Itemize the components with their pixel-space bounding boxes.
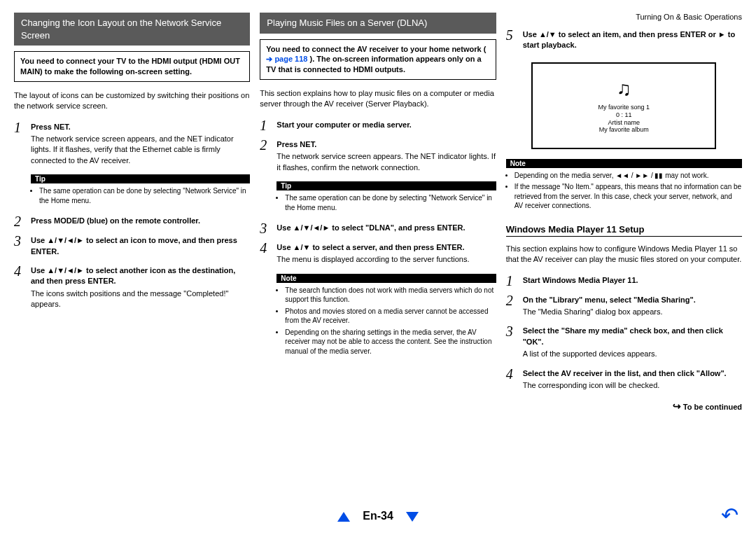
step-number: 1	[506, 274, 517, 288]
step-number: 4	[14, 264, 25, 312]
step-number: 4	[506, 367, 517, 393]
wmp-intro: This section explains how to configure W…	[506, 244, 742, 265]
infobox-hdmi: You need to connect your TV to the HDMI …	[14, 51, 250, 82]
step-number: 3	[260, 221, 271, 235]
step-head: Use ▲/▼ to select an item, and then pres…	[523, 29, 742, 51]
step-head: Use ▲/▼/◄/► to select an icon to move, a…	[31, 235, 250, 257]
section-title-icon-layout: Changing the Icon Layout on the Network …	[14, 13, 250, 46]
wmp-step-3: 3 Select the "Share my media" check box,…	[506, 324, 742, 361]
step-4: 4 Use ▲/▼ to select a server, and then p…	[260, 241, 496, 267]
step-head: Select the AV receiver in the list, and …	[523, 368, 742, 379]
section-intro-dlna: This section explains how to play music …	[260, 88, 496, 110]
prev-page-icon[interactable]	[337, 512, 350, 522]
step-number: 2	[260, 138, 271, 174]
column-2: Playing Music Files on a Server (DLNA) Y…	[260, 13, 496, 412]
tbc-text: To be continued	[683, 403, 742, 411]
step-5: 5 Use ▲/▼ to select an item, and then pr…	[506, 28, 742, 53]
step-body-text: The "Media Sharing" dialog box appears.	[523, 307, 742, 317]
wmp-step-1: 1 Start Windows Media Player 11.	[506, 274, 742, 288]
step-2: 2 Press MODE/D (blue) on the remote cont…	[14, 214, 250, 228]
step-head: Press NET.	[276, 139, 496, 150]
music-icon: ♫	[617, 77, 631, 101]
note-item: The search function does not work with m…	[285, 286, 496, 305]
tv-line4: My favorite album	[599, 126, 649, 134]
step-number: 5	[506, 28, 517, 53]
to-be-continued: ↪ To be continued	[506, 401, 742, 412]
column-1: Changing the Icon Layout on the Network …	[14, 13, 250, 412]
tv-preview: ♫ My favorite song 1 0 : 11 Artist name …	[531, 62, 716, 149]
step-3: 3 Use ▲/▼/◄/► to select an icon to move,…	[14, 234, 250, 258]
note-list: Depending on the media server, ◄◄ / ►► /…	[506, 171, 742, 213]
step-number: 1	[260, 118, 271, 132]
step-number: 4	[260, 241, 271, 267]
section-title-dlna: Playing Music Files on a Server (DLNA)	[260, 13, 496, 34]
step-body-text: The network service screen appears, and …	[31, 134, 250, 166]
step-number: 1	[14, 120, 25, 168]
step-body-text: The corresponding icon will be checked.	[523, 380, 742, 391]
step-head: Press NET.	[31, 122, 250, 132]
step-head: Use ▲/▼ to select a server, and then pre…	[276, 242, 496, 253]
note-item: If the message "No Item." appears, this …	[514, 182, 742, 211]
page-footer: En-34	[0, 510, 756, 522]
step-head: Start your computer or media server.	[276, 120, 496, 130]
back-arrow-icon[interactable]: ↶	[718, 503, 741, 525]
step-number: 3	[506, 324, 517, 361]
column-3: Turning On & Basic Operations 5 Use ▲/▼ …	[506, 13, 742, 412]
tip-list: The same operation can be done by select…	[31, 186, 250, 207]
tip-list: The same operation can be done by select…	[276, 193, 496, 214]
step-3: 3 Use ▲/▼/◄/► to select "DLNA", and pres…	[260, 221, 496, 235]
tv-line1: My favorite song 1	[598, 104, 650, 111]
infobox-network: You need to connect the AV receiver to y…	[260, 39, 496, 81]
step-1: 1 Start your computer or media server.	[260, 118, 496, 132]
tip-item: The same operation can be done by select…	[285, 193, 496, 212]
step-head: Use ▲/▼/◄/► to select another icon as th…	[31, 265, 250, 287]
infobox-pre: You need to connect the AV receiver to y…	[266, 45, 486, 53]
tv-line3: Artist name	[608, 119, 640, 127]
step-head: Start Windows Media Player 11.	[523, 275, 742, 286]
wmp-heading: Windows Media Player 11 Setup	[506, 224, 742, 237]
tip-label: Tip	[31, 174, 250, 183]
step-head: Select the "Share my media" check box, a…	[523, 326, 742, 347]
note-label: Note	[276, 274, 496, 283]
wmp-step-4: 4 Select the AV receiver in the list, an…	[506, 367, 742, 393]
step-2: 2 Press NET. The network service screen …	[260, 138, 496, 174]
next-page-icon[interactable]	[406, 512, 419, 522]
note-list: The search function does not work with m…	[276, 286, 496, 359]
breadcrumb: Turning On & Basic Operations	[506, 13, 742, 21]
step-number: 3	[14, 234, 25, 258]
step-number: 2	[14, 214, 25, 228]
note-label: Note	[506, 159, 742, 168]
step-head: On the "Library" menu, select "Media Sha…	[523, 295, 742, 305]
step-4: 4 Use ▲/▼/◄/► to select another icon as …	[14, 264, 250, 312]
step-head: Use ▲/▼/◄/► to select "DLNA", and press …	[276, 223, 496, 233]
step-body-text: The menu is displayed according to the s…	[276, 254, 496, 265]
note-item: Photos and movies stored on a media serv…	[285, 307, 496, 326]
wmp-step-2: 2 On the "Library" menu, select "Media S…	[506, 293, 742, 319]
page-link-118[interactable]: ➔ page 118	[266, 55, 307, 63]
note-item: Depending on the media server, ◄◄ / ►► /…	[514, 171, 742, 181]
page-number: En-34	[363, 510, 393, 522]
page-content: Changing the Icon Layout on the Network …	[0, 0, 756, 412]
tip-item: The same operation can be done by select…	[39, 186, 250, 205]
step-body-text: The icons switch positions and the messa…	[31, 289, 250, 310]
step-body-text: The network service screen appears. The …	[276, 151, 496, 173]
section-intro-icon: The layout of icons can be customized by…	[14, 90, 250, 112]
note-item: Depending on the sharing settings in the…	[285, 328, 496, 356]
tip-label: Tip	[276, 181, 496, 190]
arrow-icon: ↪	[673, 401, 681, 412]
step-body-text: A list of the supported devices appears.	[523, 349, 742, 359]
tv-line2: 0 : 11	[616, 111, 632, 119]
step-number: 2	[506, 293, 517, 319]
step-head: Press MODE/D (blue) on the remote contro…	[31, 216, 250, 226]
step-1: 1 Press NET. The network service screen …	[14, 120, 250, 168]
